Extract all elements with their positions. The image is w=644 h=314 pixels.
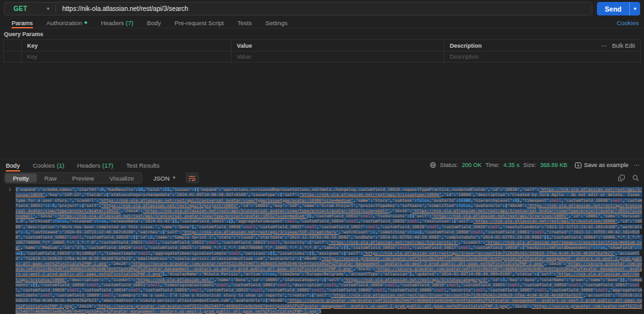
url-box: GET ▾ bbox=[4, 2, 592, 15]
format-label: JSON bbox=[153, 175, 169, 182]
resp-tab-headers[interactable]: Headers(17) bbox=[77, 159, 114, 171]
size-value: 368.89 KB bbox=[540, 162, 567, 168]
save-as-example-button[interactable]: Save as example bbox=[575, 162, 629, 168]
view-pretty[interactable]: Pretty bbox=[5, 173, 37, 182]
param-row: Key Value Description bbox=[4, 51, 640, 62]
chevron-down-icon: ▾ bbox=[634, 6, 636, 12]
params-more-icon[interactable]: ⋯ bbox=[601, 43, 607, 49]
resp-tab-test-results[interactable]: Test Results bbox=[126, 159, 159, 171]
send-split-button: Send ▾ bbox=[597, 2, 640, 15]
search-response-icon[interactable] bbox=[632, 175, 639, 181]
cookies-count-badge: (1) bbox=[57, 162, 65, 169]
cookies-link[interactable]: Cookies bbox=[617, 19, 639, 26]
chevron-down-icon: ▾ bbox=[46, 6, 49, 12]
response-json[interactable]: {"expand":"schema,names","startAt":0,"ma… bbox=[15, 187, 644, 314]
size-label: Size: bbox=[523, 162, 536, 168]
response-more-icon[interactable]: ⋯ bbox=[634, 162, 640, 168]
bulk-edit-button[interactable]: Bulk Edit bbox=[612, 43, 635, 49]
request-tabs: Params Authorization Headers(7) Body Pre… bbox=[0, 17, 644, 28]
tab-headers[interactable]: Headers(7) bbox=[101, 17, 134, 28]
response-section: Body Cookies(1) Headers(17) Test Results… bbox=[0, 159, 644, 314]
params-table: Key Value Description ⋯ Bulk Edit Key Va… bbox=[3, 39, 641, 63]
col-header-description: Description ⋯ Bulk Edit bbox=[445, 40, 640, 51]
response-view-toolbar: Pretty Raw Preview Visualize JSON ▾ bbox=[0, 171, 644, 185]
send-options-button[interactable]: ▾ bbox=[629, 2, 640, 15]
param-value-input[interactable]: Value bbox=[232, 52, 445, 62]
wrap-text-icon bbox=[188, 175, 196, 181]
method-url-divider bbox=[55, 5, 56, 13]
view-preview[interactable]: Preview bbox=[65, 173, 102, 182]
network-icon[interactable] bbox=[430, 162, 436, 168]
copy-response-icon[interactable] bbox=[618, 175, 625, 181]
tab-authorization[interactable]: Authorization bbox=[46, 17, 87, 28]
resp-tab-body[interactable]: Body bbox=[6, 159, 20, 171]
col-header-key: Key bbox=[22, 40, 232, 51]
tab-params[interactable]: Params bbox=[12, 17, 33, 28]
save-as-example-icon bbox=[575, 162, 581, 168]
resp-tab-cookies[interactable]: Cookies(1) bbox=[33, 159, 65, 171]
format-dropdown[interactable]: JSON ▾ bbox=[149, 175, 179, 182]
chevron-down-icon: ▾ bbox=[173, 175, 176, 181]
send-button[interactable]: Send bbox=[597, 2, 629, 15]
row-handle-cell bbox=[4, 52, 22, 62]
method-selector[interactable]: GET ▾ bbox=[5, 5, 55, 12]
request-pane-empty-space bbox=[0, 63, 644, 159]
view-toggle-group: Pretty Raw Preview Visualize bbox=[4, 172, 143, 184]
params-header-row: Key Value Description ⋯ Bulk Edit bbox=[4, 40, 640, 51]
tab-body[interactable]: Body bbox=[147, 17, 161, 28]
url-input[interactable] bbox=[62, 5, 592, 12]
selected-json-text: {"expand":"schema,names","startAt":0,"ma… bbox=[15, 187, 642, 313]
col-header-value: Value bbox=[232, 40, 445, 51]
view-raw[interactable]: Raw bbox=[37, 173, 65, 182]
auth-status-dot bbox=[85, 21, 87, 24]
status-value: 200 OK bbox=[462, 162, 482, 168]
resp-headers-count-badge: (17) bbox=[103, 162, 114, 169]
row-handle-cell bbox=[4, 40, 22, 51]
app-root: { "colors": { "accent_orange":"#f26b3a",… bbox=[0, 0, 644, 314]
response-body: 1 {"expand":"schema,names","startAt":0,"… bbox=[0, 185, 644, 314]
wrap-text-button[interactable] bbox=[186, 173, 199, 183]
tab-pre-request-script[interactable]: Pre-request Script bbox=[174, 17, 224, 28]
time-label: Time: bbox=[485, 162, 499, 168]
line-number-gutter: 1 bbox=[0, 187, 15, 314]
status-label: Status: bbox=[440, 162, 458, 168]
time-value: 4.35 s bbox=[503, 162, 519, 168]
view-visualize[interactable]: Visualize bbox=[102, 173, 142, 182]
url-bar: GET ▾ Send ▾ bbox=[0, 0, 644, 17]
tab-tests[interactable]: Tests bbox=[237, 17, 252, 28]
param-key-input[interactable]: Key bbox=[22, 52, 232, 62]
headers-count-badge: (7) bbox=[126, 19, 134, 26]
query-params-label: Query Params bbox=[0, 28, 644, 39]
response-tabs: Body Cookies(1) Headers(17) Test Results… bbox=[0, 159, 644, 171]
param-description-input[interactable]: Description bbox=[445, 52, 640, 62]
response-meta: Status: 200 OK Time: 4.35 s Size: 368.89… bbox=[430, 162, 640, 168]
line-number: 1 bbox=[8, 187, 11, 191]
tab-settings[interactable]: Settings bbox=[265, 17, 287, 28]
method-label: GET bbox=[14, 5, 27, 12]
